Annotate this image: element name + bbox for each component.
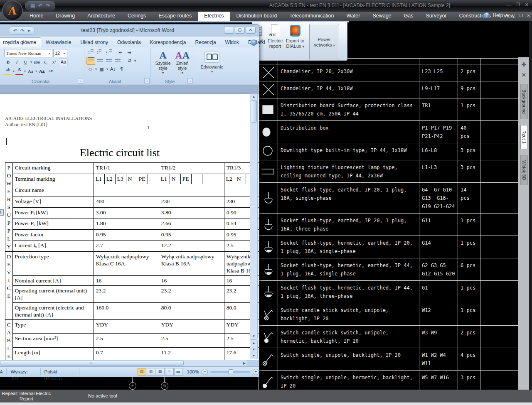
ribbon-minimize-icon[interactable]: ‗ (512, 13, 515, 18)
zoom-level[interactable]: 100% (187, 369, 199, 374)
help-icon[interactable]: ? (484, 12, 490, 18)
word-tab-widok[interactable]: Widok (221, 38, 244, 47)
save-icon[interactable]: ▤ (30, 3, 35, 8)
view-tab-background[interactable]: Background (520, 84, 528, 119)
scroll-right-icon[interactable]: ▶ (243, 361, 247, 365)
highlight-button[interactable]: ab (4, 67, 12, 75)
undo-icon[interactable]: ↶ (38, 3, 42, 8)
scroll-up-icon[interactable]: ▲ (252, 94, 256, 99)
line-spacing-button[interactable]: ⇵ (126, 57, 133, 64)
close-view-icon[interactable]: ✕ (522, 72, 526, 78)
menu-tab-telecommunication[interactable]: Telecommunication (283, 12, 340, 21)
editing-button[interactable]: Edytowanie▾ (196, 50, 228, 75)
word-help-icon[interactable]: ? (251, 39, 257, 46)
menu-tab-home[interactable]: Home (23, 12, 49, 21)
font-name-select[interactable]: Times New Roman▼ (4, 49, 52, 57)
document-page[interactable]: ArCADia-ELECTRICAL INSTALLATIONS Author:… (0, 94, 259, 360)
outline-icon[interactable]: ≡ (165, 368, 174, 376)
select-browse-object-icon[interactable]: ● (253, 346, 255, 352)
word-tab-odwołania[interactable]: Odwołania (113, 38, 145, 47)
view-tab-rzut-1[interactable]: Rzut 1 (520, 125, 528, 149)
zoom-in-icon[interactable]: + (253, 369, 259, 375)
redo-icon[interactable]: ↷ (46, 3, 50, 8)
sort-button[interactable]: A↓ (109, 66, 117, 73)
menu-tab-drawing[interactable]: Drawing (49, 12, 81, 21)
bold-button[interactable]: B (4, 59, 12, 66)
word-tab-recenzja[interactable]: Recenzja (191, 38, 221, 47)
decrease-indent-button[interactable]: ⇤ (116, 49, 124, 56)
scrollbar-thumb[interactable] (251, 100, 257, 123)
scrollbar-thumb[interactable]: ⁞⁞⁞ (0, 361, 184, 366)
align-left-button[interactable] (86, 57, 95, 65)
increase-indent-button[interactable]: ⇥ (125, 49, 133, 56)
underline-button[interactable]: U (22, 59, 30, 66)
page-status[interactable]: 4 (0, 368, 7, 375)
font-dialog-launcher-icon[interactable]: ⌟ (78, 78, 83, 83)
language-status[interactable]: Polski (Polska) (41, 368, 79, 375)
numbering-button[interactable]: ⁝ (95, 49, 103, 56)
zoom-slider[interactable] (210, 371, 250, 373)
justify-button[interactable] (113, 57, 121, 64)
zoom-out-icon[interactable]: − (202, 369, 208, 375)
minimize-icon[interactable]: — (506, 2, 511, 7)
repeat-command[interactable]: Repeat: Internal Electric Report (0, 390, 53, 403)
draft-icon[interactable]: ▬ (174, 368, 183, 376)
word-tab-układ-strony[interactable]: Układ strony (76, 38, 113, 47)
word-tab-korespondencja[interactable]: Korespondencja (145, 38, 191, 47)
web-layout-icon[interactable]: ▦ (156, 368, 165, 376)
close-icon[interactable]: ✕ (525, 2, 529, 7)
menu-tab-escape-routes[interactable]: Escape routes (152, 12, 198, 21)
print-layout-icon[interactable]: ▤ (138, 368, 146, 376)
align-right-button[interactable] (105, 57, 113, 64)
export-dialux-button[interactable]: Export to DIALux ▾ (284, 24, 306, 60)
ribbon-restore-icon[interactable]: ❐ (519, 13, 523, 18)
strikethrough-button[interactable]: abe (33, 59, 41, 66)
paragraph-dialog-launcher-icon[interactable]: ⌟ (144, 78, 150, 83)
italic-button[interactable]: I (13, 59, 21, 66)
clear-formatting-button[interactable]: Aa (59, 58, 68, 66)
vertical-scrollbar[interactable]: ▲ ▼ (250, 93, 258, 339)
menu-tab-gas[interactable]: Gas (398, 12, 420, 21)
change-styles-button[interactable]: AA Zmień style▾ (173, 49, 192, 76)
dock-icon[interactable]: ✚ (522, 61, 526, 68)
shading-button[interactable]: ◇ (86, 66, 94, 73)
font-color-button[interactable]: A (15, 67, 23, 75)
underline-caret-icon[interactable]: ▾ (30, 60, 32, 64)
font-size-select[interactable]: 12▼ (53, 49, 67, 57)
minimize-icon[interactable]: – (224, 27, 234, 34)
grow-font-button[interactable]: A▴ (38, 68, 46, 75)
ribbon-close-icon[interactable]: ✕ (527, 13, 530, 18)
menu-tab-surveyor[interactable]: Surveyor (420, 12, 453, 21)
word-tab-wstawianie[interactable]: Wstawianie (41, 38, 76, 47)
bullets-button[interactable]: ∷ (86, 49, 94, 56)
view-tab-widok-3d[interactable]: Widok 3D (520, 155, 528, 186)
horizontal-scrollbar[interactable]: ⁞⁞⁞ ▶ (0, 360, 247, 366)
previous-page-icon[interactable]: ▲ (252, 340, 256, 346)
superscript-button[interactable]: x² (50, 59, 58, 66)
fullscreen-reading-icon[interactable]: ▥ (147, 368, 155, 376)
table-move-handle-icon[interactable]: ✛ (0, 209, 4, 216)
help-label[interactable]: Help (493, 12, 503, 18)
align-center-button[interactable] (96, 57, 104, 64)
styles-dialog-launcher-icon[interactable]: ⌟ (187, 78, 193, 83)
borders-button[interactable]: ▦ (98, 66, 106, 73)
subscript-button[interactable]: x₂ (42, 59, 49, 66)
arcadia-app-button[interactable]: A (2, 0, 23, 21)
word-count[interactable]: Wyrazy: 404 (7, 368, 40, 375)
power-networks-button[interactable]: Power networks ▾ (309, 24, 339, 60)
help-caret-icon[interactable]: ▾ (506, 12, 508, 18)
menu-tab-water[interactable]: Water (340, 12, 367, 21)
next-page-icon[interactable]: ▼ (252, 353, 256, 358)
close-icon[interactable]: ✕ (246, 27, 256, 34)
show-marks-button[interactable]: ¶ (118, 66, 126, 73)
multilevel-list-button[interactable]: ⋮ (104, 49, 112, 56)
word-tab-rzędzia-główne[interactable]: rzędzia główne (0, 37, 41, 47)
maximize-icon[interactable]: ▢ (235, 27, 245, 34)
scroll-down-icon[interactable]: ▼ (252, 334, 256, 339)
quick-styles-button[interactable]: A Szybkie style▾ (153, 49, 173, 76)
shrink-font-button[interactable]: A▾ (47, 68, 54, 75)
menu-tab-electrics[interactable]: Electrics (198, 12, 230, 21)
menu-tab-architecture[interactable]: Architecture (81, 12, 121, 21)
menu-tab-sewage[interactable]: Sewage (366, 12, 397, 21)
menu-tab-ceilings[interactable]: Ceilings (121, 12, 152, 21)
